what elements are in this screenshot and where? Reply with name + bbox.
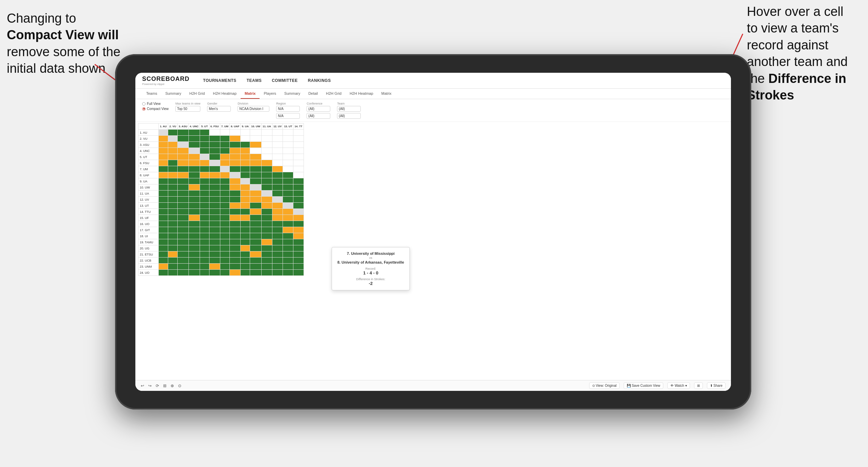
matrix-cell[interactable] [209, 239, 220, 245]
matrix-cell[interactable] [159, 251, 168, 258]
matrix-cell[interactable] [200, 258, 209, 264]
matrix-cell[interactable] [262, 160, 272, 166]
matrix-cell[interactable] [241, 251, 250, 258]
save-custom-btn[interactable]: 💾 Save Custom View [624, 382, 663, 389]
matrix-cell[interactable] [220, 148, 229, 154]
matrix-cell[interactable] [241, 270, 250, 276]
matrix-cell[interactable] [262, 251, 272, 258]
matrix-cell[interactable] [250, 184, 262, 191]
matrix-cell[interactable] [220, 264, 229, 270]
matrix-cell[interactable] [283, 245, 293, 251]
matrix-cell[interactable] [178, 270, 189, 276]
matrix-cell[interactable] [241, 160, 250, 166]
matrix-cell[interactable] [188, 154, 200, 160]
matrix-cell[interactable] [293, 221, 304, 227]
matrix-cell[interactable] [178, 227, 189, 233]
matrix-cell[interactable] [229, 154, 240, 160]
matrix-cell[interactable] [283, 239, 293, 245]
matrix-cell[interactable] [293, 270, 304, 276]
matrix-cell[interactable] [241, 197, 250, 203]
matrix-cell[interactable] [168, 136, 178, 142]
matrix-cell[interactable] [178, 264, 189, 270]
matrix-cell[interactable] [220, 160, 229, 166]
matrix-cell[interactable] [159, 178, 168, 184]
matrix-cell[interactable] [250, 191, 262, 197]
matrix-cell[interactable] [272, 227, 283, 233]
matrix-cell[interactable] [283, 136, 293, 142]
matrix-cell[interactable] [220, 209, 229, 215]
matrix-cell[interactable] [220, 172, 229, 178]
matrix-cell[interactable] [283, 203, 293, 209]
matrix-cell[interactable] [178, 191, 189, 197]
matrix-cell[interactable] [229, 136, 240, 142]
share-btn[interactable]: ⬆ Share [707, 382, 726, 389]
matrix-cell[interactable] [283, 270, 293, 276]
matrix-cell[interactable] [229, 245, 240, 251]
matrix-cell[interactable] [293, 215, 304, 221]
matrix-cell[interactable] [229, 142, 240, 148]
tab-summary1[interactable]: Summary [161, 89, 185, 99]
matrix-cell[interactable] [168, 130, 178, 136]
matrix-cell[interactable] [241, 209, 250, 215]
matrix-cell[interactable] [262, 178, 272, 184]
matrix-cell[interactable] [262, 130, 272, 136]
matrix-cell[interactable] [241, 203, 250, 209]
matrix-cell[interactable] [293, 148, 304, 154]
matrix-cell[interactable] [293, 264, 304, 270]
matrix-cell[interactable] [220, 221, 229, 227]
matrix-cell[interactable] [250, 264, 262, 270]
matrix-cell[interactable] [159, 197, 168, 203]
matrix-cell[interactable] [250, 270, 262, 276]
matrix-cell[interactable] [200, 203, 209, 209]
matrix-cell[interactable] [293, 178, 304, 184]
tab-summary2[interactable]: Summary [280, 89, 304, 99]
matrix-cell[interactable] [168, 270, 178, 276]
matrix-cell[interactable] [293, 258, 304, 264]
matrix-cell[interactable] [241, 130, 250, 136]
matrix-cell[interactable] [229, 209, 240, 215]
matrix-cell[interactable] [209, 209, 220, 215]
matrix-cell[interactable] [209, 191, 220, 197]
matrix-cell[interactable] [272, 154, 283, 160]
matrix-cell[interactable] [220, 227, 229, 233]
matrix-cell[interactable] [220, 251, 229, 258]
full-view-option[interactable]: Full View [142, 102, 169, 106]
matrix-cell[interactable] [262, 154, 272, 160]
matrix-cell[interactable] [262, 203, 272, 209]
matrix-cell[interactable] [168, 178, 178, 184]
matrix-cell[interactable] [241, 142, 250, 148]
matrix-cell[interactable] [168, 191, 178, 197]
matrix-cell[interactable] [178, 245, 189, 251]
matrix-cell[interactable] [209, 270, 220, 276]
matrix-cell[interactable] [168, 148, 178, 154]
matrix-cell[interactable] [188, 233, 200, 239]
matrix-cell[interactable] [168, 154, 178, 160]
matrix-cell[interactable] [229, 270, 240, 276]
matrix-cell[interactable] [262, 191, 272, 197]
matrix-cell[interactable] [209, 264, 220, 270]
matrix-cell[interactable] [283, 160, 293, 166]
matrix-cell[interactable] [250, 258, 262, 264]
matrix-cell[interactable] [178, 148, 189, 154]
matrix-cell[interactable] [188, 197, 200, 203]
matrix-cell[interactable] [209, 154, 220, 160]
matrix-cell[interactable] [272, 130, 283, 136]
matrix-cell[interactable] [241, 245, 250, 251]
matrix-cell[interactable] [229, 233, 240, 239]
matrix-cell[interactable] [200, 160, 209, 166]
tab-h2h-grid1[interactable]: H2H Grid [185, 89, 209, 99]
matrix-cell[interactable] [241, 215, 250, 221]
matrix-cell[interactable] [168, 221, 178, 227]
nav-tournaments[interactable]: TOURNAMENTS [203, 77, 237, 84]
matrix-cell[interactable] [272, 264, 283, 270]
matrix-cell[interactable] [178, 258, 189, 264]
matrix-cell[interactable] [209, 227, 220, 233]
matrix-cell[interactable] [188, 221, 200, 227]
tab-h2h-heatmap2[interactable]: H2H Heatmap [346, 89, 377, 99]
matrix-cell[interactable] [178, 172, 189, 178]
matrix-cell[interactable] [220, 203, 229, 209]
matrix-cell[interactable] [272, 203, 283, 209]
matrix-cell[interactable] [209, 215, 220, 221]
matrix-cell[interactable] [178, 251, 189, 258]
matrix-cell[interactable] [209, 258, 220, 264]
